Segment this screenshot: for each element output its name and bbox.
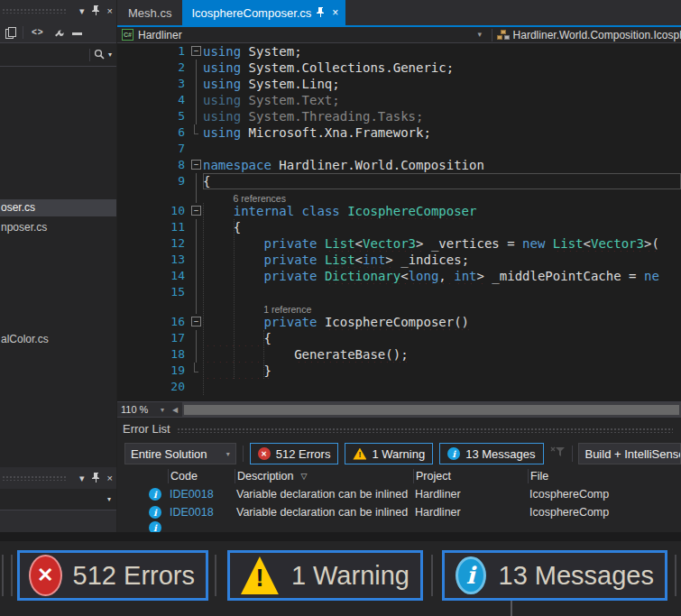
codelens-row[interactable]: 1 reference [117,300,681,314]
scope-dropdown[interactable]: Entire Solution ▾ [124,443,236,464]
column-header-description[interactable]: Description ▽ [235,469,413,483]
collapse-icon[interactable] [72,32,82,35]
source-dropdown[interactable]: Build + IntelliSense [578,443,681,464]
project-dropdown[interactable]: C# Hardliner ▾ [117,29,487,41]
editor-bottom-bar: 110 % ▾ ◀ [117,401,681,417]
cell-code[interactable]: IDE0018 [168,488,235,501]
line-text: namespace Hardliner.World.Composition [203,157,681,173]
scope-value: Entire Solution [131,447,207,461]
chevron-down-icon[interactable]: ▾ [79,6,85,16]
line-number: 8 [117,157,189,173]
close-icon[interactable]: × [107,6,113,16]
code-row[interactable]: 6using Microsoft.Xna.Framework; [117,124,681,141]
code-row[interactable]: 1−using System; [117,43,681,60]
code-row[interactable]: 19 } [117,363,681,379]
code-row[interactable]: 15 [117,284,681,300]
code-row[interactable]: 14 private Dictionary<long, int> _middle… [117,268,681,284]
fold-margin [189,330,203,346]
close-icon[interactable]: × [107,473,113,483]
drag-handle[interactable] [177,428,673,433]
tab-mesh[interactable]: Mesh.cs [117,0,182,25]
pin-icon[interactable] [317,6,325,20]
drag-handle[interactable] [2,8,67,14]
type-dropdown[interactable]: Hardliner.World.Composition.Icosph [513,29,681,41]
tool-window-titlebar-bottom: ▾ × [0,467,116,489]
tab-label: IcosphereComposer.cs [191,6,311,20]
messages-toggle-button-magnified[interactable]: 13 Messages [442,550,667,601]
table-row[interactable]: IDE0018 Variable declaration can be inli… [117,485,681,503]
code-row[interactable]: 9{ [117,173,681,189]
errors-toggle-button-magnified[interactable]: 512 Errors [17,550,208,601]
line-text: { [203,219,681,235]
editor-group: Mesh.cs IcosphereComposer.cs × C# Hardli… [117,0,681,532]
copy-icon[interactable] [5,27,14,37]
wrench-icon[interactable] [52,24,64,41]
search-box[interactable]: ▾ [0,43,116,67]
scrollbar-thumb[interactable] [184,405,679,415]
messages-toggle-button[interactable]: 13 Messages [439,443,543,464]
errors-toggle-button[interactable]: 512 Errors [250,443,339,464]
code-row[interactable]: 2using System.Collections.Generic; [117,60,681,76]
fold-collapse-icon[interactable]: − [189,157,203,173]
tab-icospherecomposer[interactable]: IcosphereComposer.cs × [182,0,345,25]
code-row[interactable]: 11 { [117,219,681,235]
codelens-references[interactable]: 6 references [234,192,286,203]
list-item[interactable]: alColor.cs [0,331,116,348]
chevron-down-icon[interactable]: ▾ [108,50,112,60]
search-icon[interactable] [94,47,105,63]
zoom-selector[interactable]: 110 % ▾ [117,404,168,415]
pin-icon[interactable] [92,473,100,484]
list-item[interactable]: oser.cs [0,199,116,216]
separator [675,555,676,596]
column-label: Description [237,469,294,483]
cell-code[interactable]: IDE0018 [168,506,235,519]
code-row[interactable]: 4using System.Text; [117,92,681,108]
column-header-code[interactable]: Code [168,469,235,483]
code-row[interactable]: 3using System.Linq; [117,76,681,92]
navigation-bar: C# Hardliner ▾ Hardliner.World.Compositi… [117,27,681,43]
toolbar-separator [572,446,573,462]
fold-collapse-icon[interactable]: − [189,314,203,330]
error-grid: Code Description ▽ Project File IDE0018 … [117,467,681,533]
list-item[interactable]: nposer.cs [0,219,116,236]
warnings-toggle-button[interactable]: 1 Warning [345,443,433,464]
code-row[interactable]: 20 [117,379,681,395]
horizontal-scrollbar[interactable]: ◀ [168,402,681,417]
filter-icon[interactable] [550,446,566,462]
fold-collapse-icon[interactable]: − [189,203,203,219]
code-row[interactable]: 10− internal class IcosphereComposer [117,203,681,219]
column-header-project[interactable]: Project [413,469,528,483]
code-row[interactable]: 7 [117,141,681,157]
close-icon[interactable]: × [332,6,338,19]
cell-description: Variable declaration can be inlined [235,488,413,501]
fold-margin [189,92,203,108]
code-editor[interactable]: 1−using System;2using System.Collections… [117,43,681,401]
pin-icon[interactable] [92,5,100,17]
chevron-down-icon[interactable]: ▾ [79,473,85,483]
fold-collapse-icon[interactable]: − [189,43,203,60]
line-number: 19 [117,363,189,379]
code-row[interactable]: 8−namespace Hardliner.World.Composition [117,157,681,173]
scroll-left-icon[interactable]: ◀ [168,402,182,417]
fold-margin [189,300,203,314]
code-row[interactable]: 17 { [117,330,681,346]
code-row[interactable]: 12 private List<Vector3> _vertices = new… [117,235,681,252]
warnings-toggle-button-magnified[interactable]: 1 Warning [227,550,423,601]
chevron-down-icon: ▾ [107,494,111,504]
code-row[interactable]: 13 private List<int> _indices; [117,252,681,268]
table-row[interactable]: IDE0018 Variable declaration can be inli… [117,503,681,521]
fold-margin [189,60,203,76]
line-text: using Microsoft.Xna.Framework; [203,124,681,141]
codelens-row[interactable]: 6 references [117,189,681,203]
column-header-file[interactable]: File [528,469,681,483]
codelens-references[interactable]: 1 reference [263,303,311,314]
fold-margin [189,189,203,203]
bottom-panel-dropdown[interactable]: ▾ [0,489,116,510]
line-text [203,379,681,395]
code-row[interactable]: 16− private IcosphereComposer() [117,314,681,330]
toolbar-separator [23,26,23,39]
code-icon[interactable]: <> [32,27,44,37]
drag-handle[interactable] [2,475,67,481]
code-row[interactable]: 18 GenerateBase(); [117,346,681,363]
code-row[interactable]: 5using System.Threading.Tasks; [117,108,681,124]
